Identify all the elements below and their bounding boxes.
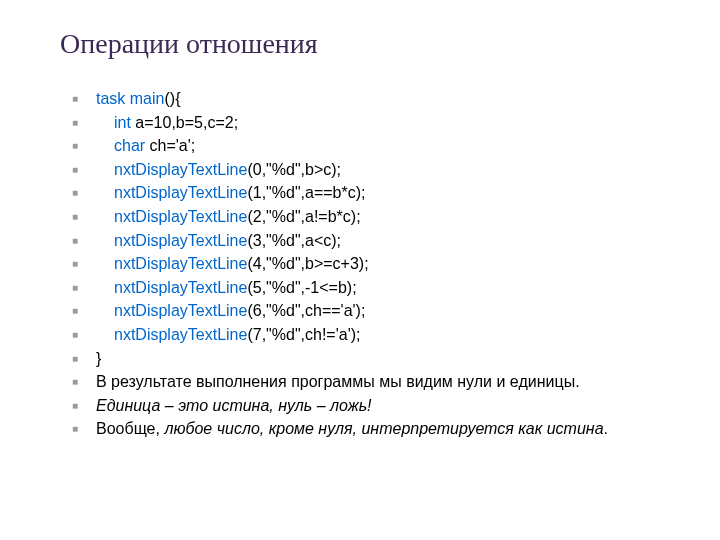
code-text: (2,"%d",a!=b*c);	[247, 208, 360, 225]
code-text: (4,"%d",b>=c+3);	[247, 255, 368, 272]
function-name: nxtDisplayTextLine	[114, 279, 247, 296]
code-line-4: nxtDisplayTextLine(1,"%d",a==b*c);	[96, 182, 680, 204]
code-line-5: nxtDisplayTextLine(2,"%d",a!=b*c);	[96, 206, 680, 228]
function-name: nxtDisplayTextLine	[114, 208, 247, 225]
keyword: task main	[96, 90, 164, 107]
function-name: nxtDisplayTextLine	[114, 161, 247, 178]
function-name: nxtDisplayTextLine	[114, 255, 247, 272]
code-text: }	[96, 350, 101, 367]
code-text: a=10,b=5,c=2;	[131, 114, 238, 131]
code-line-0: task main(){	[96, 88, 680, 110]
truth-line: Единица – это истина, нуль – ложь!	[96, 395, 680, 417]
code-text: (0,"%d",b>c);	[247, 161, 341, 178]
text: .	[604, 420, 608, 437]
code-line-10: nxtDisplayTextLine(7,"%d",ch!='a');	[96, 324, 680, 346]
code-text: (3,"%d",a<c);	[247, 232, 341, 249]
function-name: nxtDisplayTextLine	[114, 184, 247, 201]
slide: Операции отношения task main(){ int a=10…	[0, 0, 720, 540]
slide-title: Операции отношения	[60, 28, 680, 60]
code-text: (5,"%d",-1<=b);	[247, 279, 356, 296]
code-text: (6,"%d",ch=='a');	[247, 302, 365, 319]
function-name: nxtDisplayTextLine	[114, 302, 247, 319]
code-text: (7,"%d",ch!='a');	[247, 326, 360, 343]
keyword: char	[114, 137, 145, 154]
code-line-2: char ch='a';	[96, 135, 680, 157]
code-text: (1,"%d",a==b*c);	[247, 184, 365, 201]
code-line-1: int a=10,b=5,c=2;	[96, 112, 680, 134]
code-line-9: nxtDisplayTextLine(6,"%d",ch=='a');	[96, 300, 680, 322]
function-name: nxtDisplayTextLine	[114, 232, 247, 249]
code-line-3: nxtDisplayTextLine(0,"%d",b>c);	[96, 159, 680, 181]
function-name: nxtDisplayTextLine	[114, 326, 247, 343]
text-italic: Единица – это истина, нуль – ложь!	[96, 397, 372, 414]
code-line-11: }	[96, 348, 680, 370]
result-line: В результате выполнения программы мы вид…	[96, 371, 680, 393]
code-text: (){	[164, 90, 180, 107]
keyword: int	[114, 114, 131, 131]
text: В результате выполнения программы мы вид…	[96, 373, 580, 390]
code-line-6: nxtDisplayTextLine(3,"%d",a<c);	[96, 230, 680, 252]
generally-line: Вообще, любое число, кроме нуля, интерпр…	[96, 418, 680, 440]
code-line-8: nxtDisplayTextLine(5,"%d",-1<=b);	[96, 277, 680, 299]
text: Вообще,	[96, 420, 164, 437]
body-list: task main(){ int a=10,b=5,c=2; char ch='…	[60, 88, 680, 440]
text-italic: любое число, кроме нуля, интерпретируетс…	[164, 420, 603, 437]
code-line-7: nxtDisplayTextLine(4,"%d",b>=c+3);	[96, 253, 680, 275]
code-text: ch='a';	[145, 137, 195, 154]
